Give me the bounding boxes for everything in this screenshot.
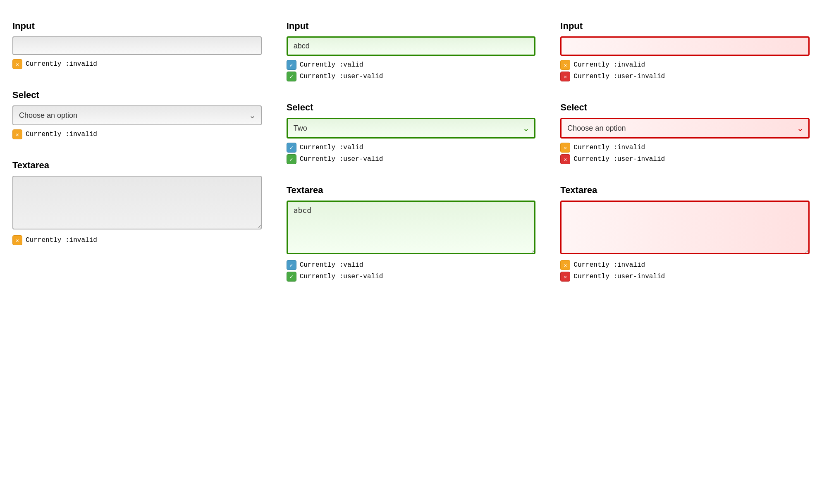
textarea-invalid-title: Textarea <box>560 185 810 196</box>
status-item-invalid: Currently :invalid <box>560 260 810 270</box>
badge-green-check-icon <box>287 272 296 282</box>
select-invalid-wrapper: Choose an option One Two Three ⌄ <box>560 118 810 139</box>
badge-red-x-icon <box>560 72 570 81</box>
status-item-user-invalid: Currently :user-invalid <box>560 272 810 282</box>
status-text: Currently :user-valid <box>300 155 383 163</box>
badge-red-x-icon <box>560 272 570 282</box>
input-valid-title: Input <box>287 21 536 31</box>
select-invalid-title: Select <box>560 102 810 113</box>
status-item-user-valid: Currently :user-valid <box>287 72 536 81</box>
badge-orange-x-icon <box>12 129 22 139</box>
status-item: Currently :invalid <box>12 235 262 245</box>
select-default-status-list: Currently :invalid <box>12 129 262 139</box>
select-invalid-status-list: Currently :invalid Currently :user-inval… <box>560 143 810 164</box>
input-default-status-list: Currently :invalid <box>12 59 262 69</box>
status-text: Currently :valid <box>300 261 363 269</box>
badge-blue-check-icon <box>287 143 296 153</box>
badge-red-x-icon <box>560 154 570 164</box>
status-item-user-invalid: Currently :user-invalid <box>560 72 810 81</box>
status-text: Currently :invalid <box>573 144 645 151</box>
textarea-valid-title: Textarea <box>287 185 536 196</box>
cell-textarea-valid: Textarea <span class="spell-error">abcd<… <box>282 177 540 294</box>
cell-input-invalid: Input Currently :invalid Currently :user… <box>556 12 814 94</box>
select-valid-title: Select <box>287 102 536 113</box>
badge-orange-x-icon <box>12 59 22 69</box>
badge-orange-x-icon <box>560 143 570 153</box>
cell-select-default: Select Choose an option One Two Three ⌄ … <box>8 81 266 152</box>
textarea-valid-status-list: Currently :valid Currently :user-valid <box>287 260 536 282</box>
badge-blue-check-icon <box>287 260 296 270</box>
select-valid-field[interactable]: Choose an option One Two Three <box>287 118 536 139</box>
select-default-title: Select <box>12 90 262 100</box>
status-item-user-valid: Currently :user-valid <box>287 154 536 164</box>
select-default-field[interactable]: Choose an option One Two Three <box>12 105 262 125</box>
status-text: Currently :user-valid <box>300 73 383 80</box>
select-default-wrapper: Choose an option One Two Three ⌄ <box>12 105 262 125</box>
badge-orange-x-icon <box>560 60 570 70</box>
cell-select-invalid: Select Choose an option One Two Three ⌄ … <box>556 94 814 177</box>
cell-textarea-invalid: Textarea Currently :invalid Currently :u… <box>556 177 814 294</box>
textarea-default-field[interactable] <box>12 176 262 229</box>
select-valid-status-list: Currently :valid Currently :user-valid <box>287 143 536 164</box>
status-item: Currently :invalid <box>12 59 262 69</box>
status-text: Currently :invalid <box>573 261 645 269</box>
textarea-invalid-status-list: Currently :invalid Currently :user-inval… <box>560 260 810 282</box>
cell-select-valid: Select Choose an option One Two Three ⌄ … <box>282 94 540 177</box>
status-text: Currently :valid <box>300 144 363 151</box>
cell-input-default: Input Currently :invalid <box>8 12 266 81</box>
input-valid-status-list: Currently :valid Currently :user-valid <box>287 60 536 81</box>
cell-textarea-default: Textarea Currently :invalid <box>8 152 266 258</box>
textarea-invalid-field[interactable] <box>560 201 810 254</box>
input-default-field[interactable] <box>12 36 262 55</box>
main-grid: Input Currently :invalid Select Choose a… <box>8 12 814 294</box>
column-valid: Input Currently :valid Currently :user-v… <box>282 12 540 294</box>
status-text: Currently :invalid <box>26 60 97 68</box>
status-item-valid: Currently :valid <box>287 143 536 153</box>
textarea-valid-field[interactable]: <span class="spell-error">abcd</span> <box>287 201 536 254</box>
status-item-invalid: Currently :invalid <box>560 60 810 70</box>
status-text: Currently :user-invalid <box>573 155 665 163</box>
textarea-default-status-list: Currently :invalid <box>12 235 262 245</box>
select-valid-wrapper: Choose an option One Two Three ⌄ <box>287 118 536 139</box>
badge-blue-check-icon <box>287 60 296 70</box>
column-default: Input Currently :invalid Select Choose a… <box>8 12 266 294</box>
input-invalid-title: Input <box>560 21 810 31</box>
status-item: Currently :invalid <box>12 129 262 139</box>
status-item-user-valid: Currently :user-valid <box>287 272 536 282</box>
status-item-valid: Currently :valid <box>287 260 536 270</box>
cell-input-valid: Input Currently :valid Currently :user-v… <box>282 12 540 94</box>
status-text: Currently :user-invalid <box>573 273 665 280</box>
select-invalid-field[interactable]: Choose an option One Two Three <box>560 118 810 139</box>
status-text: Currently :invalid <box>573 61 645 69</box>
status-text: Currently :user-invalid <box>573 73 665 80</box>
input-valid-field[interactable] <box>287 36 536 56</box>
status-text: Currently :invalid <box>26 236 97 244</box>
column-user-invalid: Input Currently :invalid Currently :user… <box>556 12 814 294</box>
input-default-title: Input <box>12 21 262 31</box>
status-text: Currently :user-valid <box>300 273 383 280</box>
badge-orange-x-icon <box>560 260 570 270</box>
status-item-user-invalid: Currently :user-invalid <box>560 154 810 164</box>
input-invalid-status-list: Currently :invalid Currently :user-inval… <box>560 60 810 81</box>
textarea-default-title: Textarea <box>12 160 262 171</box>
status-item-invalid: Currently :invalid <box>560 143 810 153</box>
badge-green-check-icon <box>287 72 296 81</box>
badge-orange-x-icon <box>12 235 22 245</box>
badge-green-check-icon <box>287 154 296 164</box>
status-item-valid: Currently :valid <box>287 60 536 70</box>
status-text: Currently :valid <box>300 61 363 69</box>
status-text: Currently :invalid <box>26 131 97 138</box>
input-invalid-field[interactable] <box>560 36 810 56</box>
